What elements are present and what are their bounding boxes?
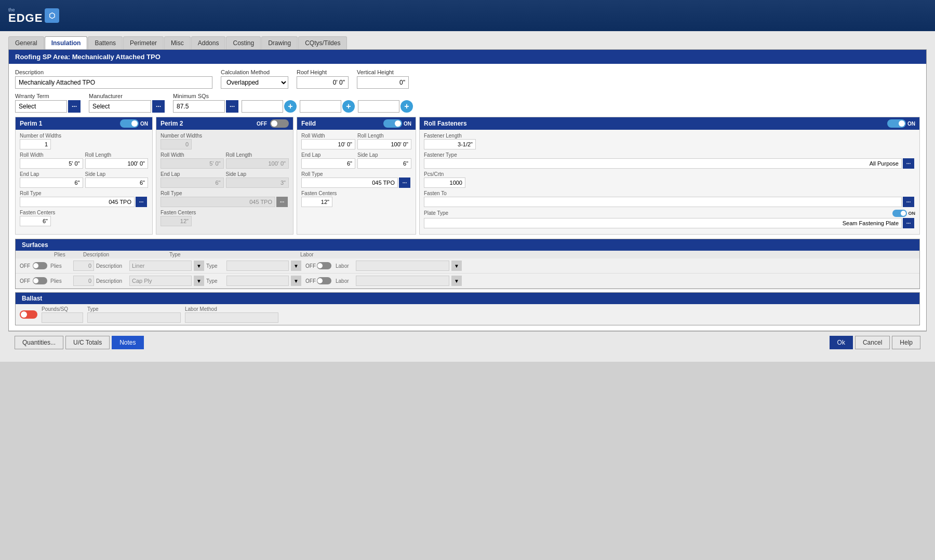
cap-ply-labor-btn[interactable]: ▼ xyxy=(451,276,462,286)
tab-general[interactable]: General xyxy=(8,36,44,49)
cap-ply-desc-btn[interactable]: ▼ xyxy=(194,276,204,286)
roof-height-input[interactable] xyxy=(297,76,349,89)
plate-type-dots-button[interactable]: ··· xyxy=(903,218,914,228)
perim2-roll-length-input[interactable] xyxy=(226,158,289,169)
vertical-height-input[interactable] xyxy=(357,76,409,89)
roll-fasteners-toggle-switch[interactable]: ON xyxy=(887,119,915,128)
tab-drawing[interactable]: Drawing xyxy=(261,36,298,49)
perim2-num-widths-input[interactable] xyxy=(161,139,192,149)
perim1-roll-type-input[interactable] xyxy=(20,197,135,207)
notes-button[interactable]: Notes xyxy=(112,336,143,349)
roll-fasteners-toggle-thumb xyxy=(899,120,905,127)
field-toggle-track[interactable] xyxy=(383,119,402,128)
field-roll-length-input[interactable] xyxy=(357,139,411,149)
perim1-roll-type-dots-button[interactable]: ··· xyxy=(136,197,147,207)
perim2-toggle-track[interactable] xyxy=(270,119,289,128)
ok-button[interactable]: Ok xyxy=(830,336,853,349)
field-fasten-centers-input[interactable] xyxy=(301,197,332,207)
field-roll-width-input[interactable] xyxy=(301,139,355,149)
quantities-button[interactable]: Quantities... xyxy=(15,336,63,349)
tab-addons[interactable]: Addons xyxy=(191,36,226,49)
extra-input-1[interactable] xyxy=(242,100,283,113)
fastener-type-input[interactable] xyxy=(424,158,902,169)
roll-fasteners-toggle-track[interactable] xyxy=(887,119,906,128)
ballast-type-input[interactable] xyxy=(87,312,181,323)
plus-button-1[interactable]: + xyxy=(284,100,297,113)
field-end-lap-label: End Lap xyxy=(301,152,355,158)
perim1-num-widths-input[interactable] xyxy=(20,139,51,149)
cap-ply-toggle-track[interactable] xyxy=(33,277,47,284)
ballast-labor-input[interactable] xyxy=(185,312,278,323)
min-sqs-dots-button[interactable]: ··· xyxy=(226,100,238,113)
manufacturer-input[interactable] xyxy=(89,100,151,113)
perim1-roll-length-input[interactable] xyxy=(85,158,149,169)
logo-big-text: EDGE xyxy=(8,12,43,24)
uc-totals-button[interactable]: U/C Totals xyxy=(65,336,110,349)
perim1-roll-width-input[interactable] xyxy=(20,158,83,169)
perim1-roll-fields: Roll Width Roll Length xyxy=(20,152,148,171)
perim1-end-lap-input[interactable] xyxy=(20,177,83,188)
liner-desc-input[interactable] xyxy=(129,261,192,271)
plus-button-2[interactable]: + xyxy=(342,100,355,113)
min-sqs-input[interactable] xyxy=(173,100,225,113)
fastener-length-input[interactable] xyxy=(424,139,476,149)
field-toggle-switch[interactable]: ON xyxy=(383,119,411,128)
ballast-toggle[interactable] xyxy=(20,310,37,319)
cancel-button[interactable]: Cancel xyxy=(855,336,890,349)
tab-insulation[interactable]: Insulation xyxy=(45,36,88,49)
tab-battens[interactable]: Battens xyxy=(88,36,123,49)
liner-type-input[interactable] xyxy=(226,261,289,271)
tab-costing[interactable]: Costing xyxy=(226,36,261,49)
cap-ply-type-btn[interactable]: ▼ xyxy=(291,276,301,286)
plate-type-toggle-switch[interactable]: ON xyxy=(892,210,916,217)
ballast-pounds-input[interactable] xyxy=(42,312,83,323)
plus-button-3[interactable]: + xyxy=(400,100,413,113)
field-end-lap-input[interactable] xyxy=(301,158,355,169)
perim1-toggle-switch[interactable]: ON xyxy=(120,119,148,128)
help-button[interactable]: Help xyxy=(892,336,920,349)
plate-type-toggle-track[interactable] xyxy=(892,210,907,217)
perim1-roll-type-input-group: ··· xyxy=(20,197,148,207)
liner-desc-btn[interactable]: ▼ xyxy=(194,261,204,271)
perim1-side-lap-input[interactable] xyxy=(85,177,149,188)
liner-type-btn[interactable]: ▼ xyxy=(291,261,301,271)
liner-labor-btn[interactable]: ▼ xyxy=(451,261,462,271)
field-roll-type-input[interactable] xyxy=(301,177,398,188)
cap-ply-labor-input[interactable] xyxy=(356,276,449,286)
perim1-fasten-centers-input[interactable] xyxy=(20,216,51,226)
fasten-to-input[interactable] xyxy=(424,197,902,207)
cap-ply-plies-input[interactable] xyxy=(73,276,94,286)
fastener-type-dots-button[interactable]: ··· xyxy=(903,158,914,169)
perim2-roll-type-input[interactable] xyxy=(161,197,275,207)
perim2-side-lap-input[interactable] xyxy=(226,177,289,188)
warranty-dots-button[interactable]: ··· xyxy=(68,100,81,113)
description-input[interactable] xyxy=(15,76,212,89)
fasten-to-dots-button[interactable]: ··· xyxy=(903,197,914,207)
perim2-toggle-switch[interactable]: OFF xyxy=(257,119,289,128)
plate-type-input[interactable] xyxy=(424,218,902,228)
field-side-lap-input[interactable] xyxy=(357,158,411,169)
liner-plies-input[interactable] xyxy=(73,261,94,271)
calc-method-select[interactable]: Overlapped xyxy=(221,76,288,89)
cap-ply-status-track[interactable] xyxy=(317,277,331,284)
cap-ply-desc-input[interactable] xyxy=(129,276,192,286)
liner-fields: Plies Description ▼ Type ▼ OFF xyxy=(50,261,915,271)
perim2-fasten-centers-input[interactable] xyxy=(161,216,192,226)
tab-cqtys[interactable]: CQtys/Tildes xyxy=(298,36,347,49)
tab-perimeter[interactable]: Perimeter xyxy=(123,36,164,49)
manufacturer-dots-button[interactable]: ··· xyxy=(152,100,165,113)
perim1-toggle-track[interactable] xyxy=(120,119,139,128)
liner-toggle-track[interactable] xyxy=(33,262,47,269)
extra-input-3[interactable] xyxy=(358,100,399,113)
perim2-roll-type-dots-button[interactable]: ··· xyxy=(276,197,288,207)
perim2-roll-width-input[interactable] xyxy=(161,158,224,169)
liner-labor-input[interactable] xyxy=(356,261,449,271)
tab-misc[interactable]: Misc xyxy=(164,36,191,49)
pcs-crtn-input[interactable] xyxy=(424,177,465,188)
perim2-end-lap-input[interactable] xyxy=(161,177,224,188)
liner-status-track[interactable] xyxy=(317,262,331,269)
cap-ply-type-input[interactable] xyxy=(226,276,289,286)
extra-input-2[interactable] xyxy=(300,100,341,113)
field-roll-type-dots-button[interactable]: ··· xyxy=(399,177,410,188)
warranty-input[interactable] xyxy=(15,100,67,113)
